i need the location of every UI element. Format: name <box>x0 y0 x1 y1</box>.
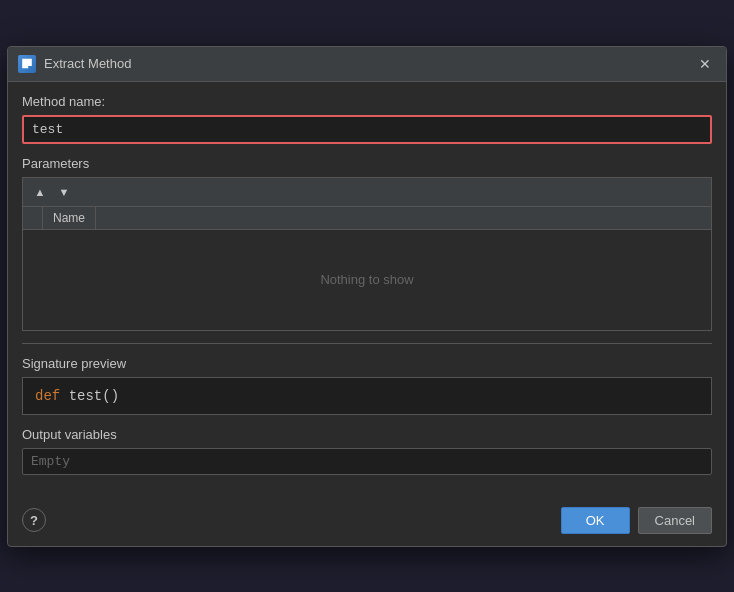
method-name-label: Method name: <box>22 94 712 109</box>
params-body: Nothing to show <box>23 230 711 330</box>
params-check-col <box>23 207 43 229</box>
help-button[interactable]: ? <box>22 508 46 532</box>
params-table: Name Nothing to show <box>22 206 712 331</box>
output-variables-input[interactable] <box>22 448 712 475</box>
signature-preview-box: def test() <box>22 377 712 415</box>
cancel-button[interactable]: Cancel <box>638 507 712 534</box>
dialog-title: Extract Method <box>44 56 686 71</box>
function-name: test() <box>69 388 119 404</box>
output-variables-label: Output variables <box>22 427 712 442</box>
footer-buttons: OK Cancel <box>561 507 712 534</box>
close-button[interactable]: ✕ <box>694 53 716 75</box>
dialog-footer: ? OK Cancel <box>8 499 726 546</box>
params-header: Name <box>23 207 711 230</box>
move-down-button[interactable]: ▼ <box>53 181 75 203</box>
parameters-label: Parameters <box>22 156 712 171</box>
method-name-input[interactable] <box>22 115 712 144</box>
params-name-col: Name <box>43 207 96 229</box>
titlebar: Extract Method ✕ <box>8 47 726 82</box>
pycharm-icon <box>18 55 36 73</box>
divider <box>22 343 712 344</box>
dialog-body: Method name: Parameters ▲ ▼ Name Nothing… <box>8 82 726 499</box>
ok-button[interactable]: OK <box>561 507 630 534</box>
params-toolbar: ▲ ▼ <box>22 177 712 206</box>
def-keyword: def <box>35 388 60 404</box>
empty-message: Nothing to show <box>320 272 413 287</box>
move-up-button[interactable]: ▲ <box>29 181 51 203</box>
extract-method-dialog: Extract Method ✕ Method name: Parameters… <box>7 46 727 547</box>
signature-preview-label: Signature preview <box>22 356 712 371</box>
